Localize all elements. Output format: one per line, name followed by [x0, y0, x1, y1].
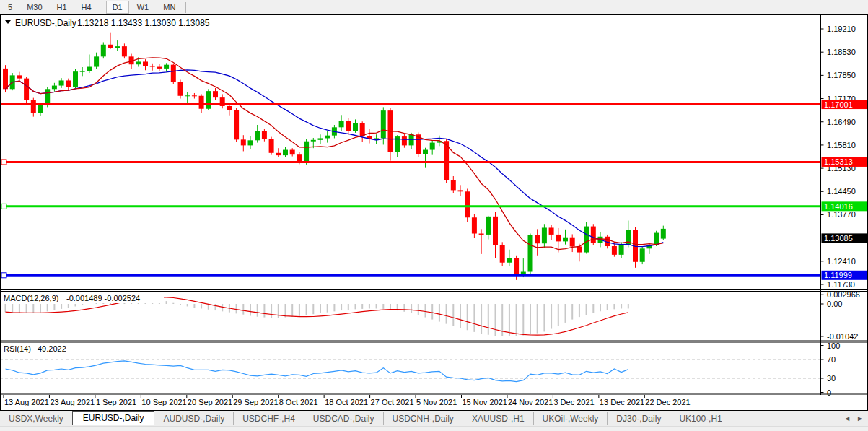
candle-down [3, 69, 8, 89]
candle-down [171, 65, 176, 82]
timeframe-button-m30[interactable]: M30 [20, 1, 48, 14]
tab-scroll-right-icon[interactable]: ► [856, 414, 864, 422]
tab-audusd-daily[interactable]: AUDUSD-,Daily [154, 412, 233, 425]
candle-down [157, 67, 162, 69]
current-price-badge: 1.13085 [824, 234, 853, 243]
candle-up [374, 138, 379, 139]
tab-usdcad-daily[interactable]: USDCAD-,Daily [304, 412, 383, 425]
date-axis-label: 3 Dec 2021 [553, 398, 594, 406]
timeframe-button-d1[interactable]: D1 [106, 1, 129, 14]
candle-up [73, 71, 78, 87]
candle-down [17, 75, 22, 78]
date-axis-label: 13 Dec 2021 [600, 398, 644, 406]
candle-down [346, 121, 351, 131]
candle-up [283, 150, 288, 156]
candle-down [570, 238, 575, 247]
candle-up [640, 248, 645, 261]
tab-dj30-daily[interactable]: DJ30-,Daily [607, 412, 670, 425]
candle-up [115, 46, 120, 48]
candle-up [87, 67, 92, 71]
line-anchor-handle[interactable] [1, 160, 6, 165]
rsi-indicator-value: 49.2022 [38, 344, 66, 353]
candle-up [409, 134, 414, 145]
rsi-axis-label: 0 [827, 388, 831, 397]
date-axis-label: 27 Oct 2021 [371, 398, 414, 406]
candle-up [45, 89, 50, 105]
candle-down [269, 139, 274, 153]
candle-down [458, 190, 463, 191]
status-strip [0, 426, 868, 431]
timeframe-button-m5[interactable]: 5 [1, 1, 19, 14]
tab-scroll-left-icon[interactable]: ◄ [843, 414, 851, 422]
candle-down [612, 246, 617, 255]
candle-up [423, 150, 428, 154]
candle-down [360, 123, 365, 136]
tab-usdchf-h4[interactable]: USDCHF-,H4 [233, 412, 304, 425]
tab-ukoil-weekly[interactable]: UKOil-,Weekly [533, 412, 608, 425]
tab-usdx-weekly[interactable]: USDX,Weekly [0, 412, 72, 425]
level-price-badge: 1.11999 [824, 271, 852, 279]
candle-down [108, 45, 113, 48]
candle-up [136, 61, 141, 64]
tab-usdcnh-daily[interactable]: USDCNH-,Daily [383, 412, 463, 425]
date-axis-label: 22 Dec 2021 [645, 398, 690, 406]
trading-terminal-window: 5 M30 H1 H4 D1 W1 MN 1.192101.185301.178… [0, 0, 868, 431]
candle-up [311, 140, 316, 142]
candle-down [465, 191, 470, 217]
toolbar-separator [102, 2, 102, 13]
candle-up [255, 131, 260, 140]
rsi-indicator-label: RSI(14) [4, 344, 31, 353]
chart-title-ohlc: 1.13218 1.13433 1.13030 1.13085 [77, 18, 210, 28]
candle-down [234, 110, 239, 140]
date-axis-label: 10 Sep 2021 [141, 398, 186, 406]
price-axis-label: 1.13770 [827, 210, 856, 219]
axes-layer: 1.192101.185301.178501.171701.164901.158… [0, 14, 868, 406]
candle-down [31, 100, 36, 113]
ma-slow-line [6, 70, 664, 247]
candle-up [619, 245, 624, 255]
tab-xauusd-h1[interactable]: XAUUSD-,H1 [463, 412, 533, 425]
timeframe-toolbar: 5 M30 H1 H4 D1 W1 MN [0, 0, 868, 14]
candle-up [248, 140, 253, 145]
candle-up [52, 86, 57, 90]
timeframe-button-h1[interactable]: H1 [51, 1, 74, 14]
date-axis-label: 1 Sep 2021 [96, 398, 136, 406]
candle-up [94, 56, 99, 66]
macd-indicator-values: -0.001489 -0.002524 [66, 294, 140, 302]
chart-canvas[interactable]: 1.192101.185301.178501.171701.164901.158… [0, 14, 868, 411]
rsi-axis-label: 70 [827, 355, 836, 364]
candle-down [262, 131, 267, 139]
candle-down [150, 66, 155, 66]
price-axis-label: 1.11730 [827, 280, 855, 289]
tab-eurusd-daily[interactable]: EURUSD-,Daily [72, 411, 155, 425]
rsi-axis-label: 100 [827, 341, 840, 350]
macd-axis-label: -0.01042 [827, 332, 858, 341]
ma-fast-line [6, 58, 664, 250]
candle-down [241, 139, 246, 145]
price-axis-label: 1.19210 [827, 25, 856, 33]
candle-up [430, 143, 435, 150]
date-axis-label: 5 Nov 2021 [416, 398, 457, 406]
date-axis-label: 24 Nov 2021 [508, 398, 553, 406]
timeframe-button-h4[interactable]: H4 [75, 1, 98, 14]
date-axis-label: 29 Sep 2021 [233, 398, 278, 406]
candle-up [528, 235, 533, 272]
price-panel [0, 33, 820, 280]
line-anchor-handle[interactable] [1, 204, 6, 209]
rsi-axis-label: 30 [827, 374, 836, 383]
candle-down [122, 46, 127, 56]
candle-down [192, 95, 197, 96]
tab-uk100-h1[interactable]: UK100-,H1 [670, 412, 730, 425]
candle-down [213, 91, 218, 97]
candle-up [38, 105, 43, 113]
macd-axis-label: 0.002966 [827, 290, 860, 299]
date-axis-label: 13 Aug 2021 [4, 398, 49, 406]
line-anchor-handle[interactable] [1, 273, 6, 278]
timeframe-button-mn[interactable]: MN [157, 1, 182, 14]
candle-down [276, 153, 281, 155]
candle-up [584, 227, 589, 253]
candle-down [577, 246, 582, 252]
candle-up [206, 91, 211, 109]
timeframe-button-w1[interactable]: W1 [131, 1, 156, 14]
price-axis-label: 1.15810 [827, 141, 856, 149]
